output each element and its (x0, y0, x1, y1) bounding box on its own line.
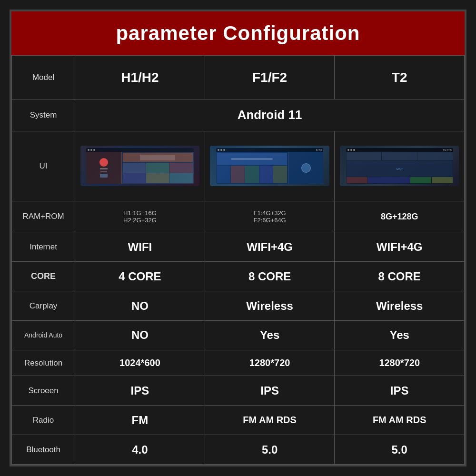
resolution-row: Resolution 1024*600 1280*720 1280*720 (12, 350, 465, 376)
bluetooth-f1f2-cell: 5.0 (205, 435, 335, 465)
bluetooth-t2-value: 5.0 (392, 443, 407, 456)
internet-label: Internet (12, 232, 75, 262)
ui-h1h2-image (80, 146, 199, 186)
core-t2-cell: 8 CORE (335, 262, 465, 291)
radio-row: Radio FM FM AM RDS FM AM RDS (12, 406, 465, 435)
internet-t2-cell: WIFI+4G (335, 232, 465, 262)
ramrom-f1f2-line2: F2:6G+64G (207, 217, 333, 224)
internet-t2-value: WIFI+4G (377, 240, 423, 253)
core-h1h2-value: 4 CORE (119, 270, 161, 283)
system-label: System (12, 99, 75, 131)
ui-h1h2-cell (75, 131, 205, 201)
bluetooth-h1h2-cell: 4.0 (75, 435, 205, 465)
bluetooth-row: Bluetooth 4.0 5.0 5.0 (12, 435, 465, 465)
android-auto-f1f2-value: Yes (260, 328, 279, 341)
android-auto-t2-value: Yes (390, 328, 409, 341)
core-label: CORE (12, 262, 75, 291)
carplay-h1h2-value: NO (131, 299, 149, 312)
resolution-t2-value: 1280*720 (379, 357, 420, 368)
bluetooth-h1h2-value: 4.0 (132, 443, 148, 456)
android-auto-row: Android Auto NO Yes Yes (12, 321, 465, 350)
resolution-t2-cell: 1280*720 (335, 350, 465, 376)
resolution-f1f2-value: 1280*720 (249, 357, 290, 368)
core-row: CORE 4 CORE 8 CORE 8 CORE (12, 262, 465, 291)
ramrom-t2-cell: 8G+128G (335, 201, 465, 232)
bluetooth-f1f2-value: 5.0 (262, 443, 278, 456)
ramrom-label: RAM+ROM (12, 201, 75, 232)
carplay-row: Carplay NO Wireless Wireless (12, 291, 465, 321)
ramrom-f1f2-line1: F1:4G+32G (207, 209, 333, 217)
core-t2-value: 8 CORE (378, 270, 421, 283)
screen-t2-value: IPS (390, 384, 409, 397)
ui-f1f2-cell: 87.50 (205, 131, 335, 201)
resolution-label: Resolution (12, 350, 75, 376)
core-h1h2-cell: 4 CORE (75, 262, 205, 291)
ui-f1f2-image: 87.50 (210, 146, 329, 186)
screen-f1f2-value: IPS (260, 384, 279, 397)
android-auto-t2-cell: Yes (335, 321, 465, 350)
internet-f1f2-cell: WIFI+4G (205, 232, 335, 262)
ramrom-h1h2-line1: H1:1G+16G (77, 209, 203, 217)
system-value: Android 11 (75, 99, 465, 131)
ui-row: UI (12, 131, 465, 201)
page-title: parameter Configuration (11, 11, 465, 55)
ramrom-h1h2-cell: H1:1G+16G H2:2G+32G (75, 201, 205, 232)
screen-t2-cell: IPS (335, 376, 465, 406)
core-f1f2-value: 8 CORE (248, 270, 291, 283)
carplay-h1h2-cell: NO (75, 291, 205, 321)
internet-f1f2-value: WIFI+4G (247, 240, 293, 253)
header-row: Model H1/H2 F1/F2 T2 (12, 56, 465, 99)
header-f1f2: F1/F2 (205, 56, 335, 99)
header-h1h2: H1/H2 (75, 56, 205, 99)
internet-h1h2-cell: WIFI (75, 232, 205, 262)
radio-t2-value: FM AM RDS (373, 415, 426, 425)
android-auto-f1f2-cell: Yes (205, 321, 335, 350)
ui-label: UI (12, 131, 75, 201)
ramrom-t2-value: 8G+128G (381, 212, 418, 221)
bluetooth-label: Bluetooth (12, 435, 75, 465)
radio-h1h2-cell: FM (75, 406, 205, 435)
screen-h1h2-value: IPS (131, 384, 149, 397)
carplay-label: Carplay (12, 291, 75, 321)
radio-label: Radio (12, 406, 75, 435)
bluetooth-t2-cell: 5.0 (335, 435, 465, 465)
internet-row: Internet WIFI WIFI+4G WIFI+4G (12, 232, 465, 262)
screen-label: Scroeen (12, 376, 75, 406)
header-t2: T2 (335, 56, 465, 99)
radio-h1h2-value: FM (132, 414, 149, 426)
resolution-f1f2-cell: 1280*720 (205, 350, 335, 376)
carplay-f1f2-cell: Wireless (205, 291, 335, 321)
carplay-t2-value: Wireless (376, 299, 423, 312)
ui-t2-cell: FM 87.5 MAP (335, 131, 465, 201)
resolution-h1h2-cell: 1024*600 (75, 350, 205, 376)
system-row: System Android 11 (12, 99, 465, 131)
screen-f1f2-cell: IPS (205, 376, 335, 406)
model-label: Model (12, 56, 75, 99)
resolution-h1h2-value: 1024*600 (119, 357, 160, 368)
ui-t2-image: FM 87.5 MAP (340, 146, 459, 186)
android-auto-label: Android Auto (12, 321, 75, 350)
ramrom-f1f2-cell: F1:4G+32G F2:6G+64G (205, 201, 335, 232)
radio-f1f2-cell: FM AM RDS (205, 406, 335, 435)
screen-row: Scroeen IPS IPS IPS (12, 376, 465, 406)
screen-h1h2-cell: IPS (75, 376, 205, 406)
carplay-f1f2-value: Wireless (246, 299, 293, 312)
radio-t2-cell: FM AM RDS (335, 406, 465, 435)
internet-h1h2-value: WIFI (128, 240, 152, 253)
android-auto-h1h2-cell: NO (75, 321, 205, 350)
carplay-t2-cell: Wireless (335, 291, 465, 321)
android-auto-h1h2-value: NO (131, 328, 149, 341)
core-f1f2-cell: 8 CORE (205, 262, 335, 291)
ramrom-row: RAM+ROM H1:1G+16G H2:2G+32G F1:4G+32G F2… (12, 201, 465, 232)
ramrom-h1h2-line2: H2:2G+32G (77, 217, 203, 224)
radio-f1f2-value: FM AM RDS (243, 415, 297, 425)
